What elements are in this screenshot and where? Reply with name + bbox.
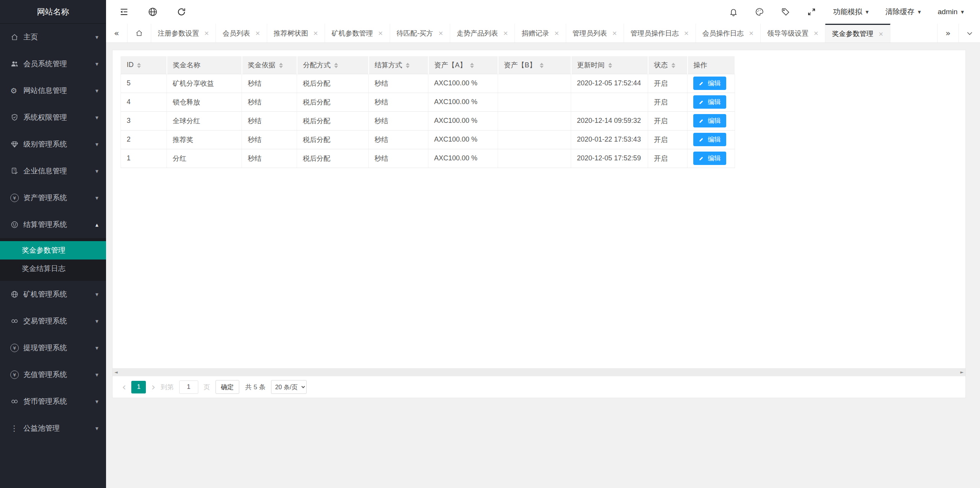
sidebar-subitem-bonus-log[interactable]: 奖金结算日志 bbox=[0, 260, 106, 278]
tabs-menu-button[interactable] bbox=[959, 24, 980, 42]
prev-page-button[interactable]: ‹ bbox=[122, 382, 126, 392]
tab-item[interactable]: 捐赠记录× bbox=[515, 24, 566, 42]
column-header-asset-b[interactable]: 资产【B】 bbox=[498, 56, 571, 74]
tag-icon[interactable] bbox=[781, 7, 790, 16]
page-jump-input[interactable] bbox=[179, 380, 198, 394]
sort-icon bbox=[279, 63, 283, 68]
gear-icon: ⚙ bbox=[10, 86, 23, 95]
sidebar-item-recharge[interactable]: ¥ 充值管理系统 ▼ bbox=[0, 361, 106, 388]
table-row: 5 矿机分享收益 秒结 税后分配 秒结 AXC100.00 % 2020-12-… bbox=[121, 74, 735, 93]
sort-icon bbox=[334, 63, 338, 68]
sidebar-item-permissions[interactable]: 系统权限管理 ▼ bbox=[0, 104, 106, 131]
column-header-asset-a[interactable]: 资产【A】 bbox=[428, 56, 498, 74]
column-header-updated[interactable]: 更新时间 bbox=[571, 56, 648, 74]
sidebar-item-members[interactable]: 会员系统管理 ▼ bbox=[0, 51, 106, 77]
close-icon[interactable]: × bbox=[204, 29, 209, 37]
horizontal-scrollbar[interactable]: ◄ ► bbox=[113, 368, 965, 376]
refresh-icon[interactable] bbox=[176, 7, 186, 17]
next-page-button[interactable]: › bbox=[151, 382, 155, 392]
sidebar-item-enterprise[interactable]: ? 企业信息管理 ▼ bbox=[0, 158, 106, 184]
tabs-scroll-left-button[interactable]: « bbox=[106, 24, 127, 42]
tab-item[interactable]: 待匹配-买方× bbox=[390, 24, 450, 42]
close-icon[interactable]: × bbox=[813, 29, 818, 37]
sort-icon bbox=[671, 63, 675, 68]
tab-item[interactable]: 推荐树状图× bbox=[267, 24, 325, 42]
smiley-icon bbox=[10, 220, 23, 229]
tab-item[interactable]: 走势产品列表× bbox=[450, 24, 515, 42]
sort-icon bbox=[406, 63, 410, 68]
column-header-status[interactable]: 状态 bbox=[648, 56, 688, 74]
table-row: 3 全球分红 秒结 税后分配 秒结 AXC100.00 % 2020-12-14… bbox=[121, 111, 735, 130]
yen-circle-icon: ¥ bbox=[10, 194, 23, 202]
close-icon[interactable]: × bbox=[438, 29, 443, 37]
tab-item[interactable]: 领导等级设置× bbox=[761, 24, 825, 42]
sidebar-item-assets[interactable]: ¥ 资产管理系统 ▼ bbox=[0, 184, 106, 211]
home-tab[interactable] bbox=[127, 24, 151, 42]
sidebar-item-levels[interactable]: 级别管理系统 ▼ bbox=[0, 131, 106, 158]
edit-button[interactable]: 编辑 bbox=[693, 77, 726, 90]
tab-item[interactable]: 管理员列表× bbox=[566, 24, 624, 42]
confirm-button[interactable]: 确定 bbox=[216, 380, 239, 394]
jump-prefix-label: 到第 bbox=[161, 383, 174, 392]
table-header-row: ID 奖金名称 奖金依据 分配方式 结算方式 资产【A】 资产【B】 更新时间 … bbox=[121, 56, 735, 74]
pencil-icon bbox=[699, 137, 704, 142]
close-icon[interactable]: × bbox=[554, 29, 559, 37]
column-header-basis[interactable]: 奖金依据 bbox=[242, 56, 297, 74]
sidebar-item-miners[interactable]: 矿机管理系统 ▼ bbox=[0, 281, 106, 308]
sidebar-item-home[interactable]: 主页 ▼ bbox=[0, 24, 106, 51]
main-area: 功能模拟 ▼ 清除缓存 ▼ admin ▼ « 注册参数设置× 会员列表× 推荐… bbox=[106, 0, 980, 488]
sort-icon bbox=[540, 63, 544, 68]
chevron-down-icon: ▼ bbox=[95, 89, 98, 93]
chevron-down-icon: ▼ bbox=[95, 319, 98, 323]
collapse-menu-icon[interactable] bbox=[119, 7, 129, 17]
column-header-id[interactable]: ID bbox=[121, 56, 167, 74]
edit-button[interactable]: 编辑 bbox=[693, 152, 726, 165]
scroll-left-arrow-icon[interactable]: ◄ bbox=[114, 370, 118, 374]
edit-button[interactable]: 编辑 bbox=[693, 114, 726, 127]
admin-user-dropdown[interactable]: admin ▼ bbox=[938, 8, 964, 16]
sidebar-item-site-info[interactable]: ⚙ 网站信息管理 ▼ bbox=[0, 77, 106, 104]
column-header-name: 奖金名称 bbox=[167, 56, 242, 74]
page-size-select[interactable]: 20 条/页 bbox=[271, 380, 307, 394]
close-icon[interactable]: × bbox=[749, 29, 754, 37]
edit-button[interactable]: 编辑 bbox=[693, 133, 726, 146]
tab-bar: « 注册参数设置× 会员列表× 推荐树状图× 矿机参数管理× 待匹配-买方× 走… bbox=[106, 24, 980, 43]
tab-item[interactable]: 注册参数设置× bbox=[151, 24, 216, 42]
tab-item[interactable]: 矿机参数管理× bbox=[325, 24, 390, 42]
bell-icon[interactable] bbox=[729, 7, 738, 16]
close-icon[interactable]: × bbox=[378, 29, 383, 37]
function-simulate-dropdown[interactable]: 功能模拟 ▼ bbox=[833, 7, 869, 17]
sidebar-item-settlement[interactable]: 结算管理系统 ▲ bbox=[0, 211, 106, 238]
close-icon[interactable]: × bbox=[878, 30, 883, 38]
yen-circle-icon: ¥ bbox=[10, 344, 23, 352]
tab-item[interactable]: 会员操作日志× bbox=[696, 24, 761, 42]
tab-item[interactable]: 管理员操作日志× bbox=[624, 24, 696, 42]
globe-icon[interactable] bbox=[148, 7, 158, 17]
close-icon[interactable]: × bbox=[255, 29, 260, 37]
sidebar-item-currency[interactable]: 货币管理系统 ▼ bbox=[0, 388, 106, 415]
tab-item-active[interactable]: 奖金参数管理× bbox=[825, 24, 890, 42]
close-icon[interactable]: × bbox=[313, 29, 318, 37]
sidebar-item-withdraw[interactable]: ¥ 提现管理系统 ▼ bbox=[0, 335, 106, 361]
column-header-settle[interactable]: 结算方式 bbox=[369, 56, 428, 74]
scroll-right-arrow-icon[interactable]: ► bbox=[960, 370, 964, 374]
svg-text:?: ? bbox=[13, 168, 15, 172]
close-icon[interactable]: × bbox=[503, 29, 508, 37]
chevron-down-icon: ▼ bbox=[95, 292, 98, 297]
link-icon bbox=[10, 317, 23, 325]
edit-button[interactable]: 编辑 bbox=[693, 95, 726, 109]
column-header-actions: 操作 bbox=[688, 56, 735, 74]
close-icon[interactable]: × bbox=[684, 29, 689, 37]
fullscreen-icon[interactable] bbox=[807, 7, 816, 16]
palette-icon[interactable] bbox=[755, 7, 764, 16]
sidebar-subitem-bonus-params[interactable]: 奖金参数管理 bbox=[0, 241, 106, 260]
sidebar-item-charity-pool[interactable]: ⋮ 公益池管理 ▼ bbox=[0, 415, 106, 442]
tabs-scroll-right-button[interactable]: » bbox=[937, 24, 959, 42]
close-icon[interactable]: × bbox=[612, 29, 617, 37]
sidebar-item-trade[interactable]: 交易管理系统 ▼ bbox=[0, 308, 106, 335]
tab-item[interactable]: 会员列表× bbox=[216, 24, 267, 42]
column-header-alloc[interactable]: 分配方式 bbox=[297, 56, 369, 74]
table-row: 4 锁仓释放 秒结 税后分配 秒结 AXC100.00 % 开启 编辑 bbox=[121, 93, 735, 111]
clear-cache-dropdown[interactable]: 清除缓存 ▼ bbox=[885, 7, 921, 17]
current-page-button[interactable]: 1 bbox=[131, 381, 146, 393]
